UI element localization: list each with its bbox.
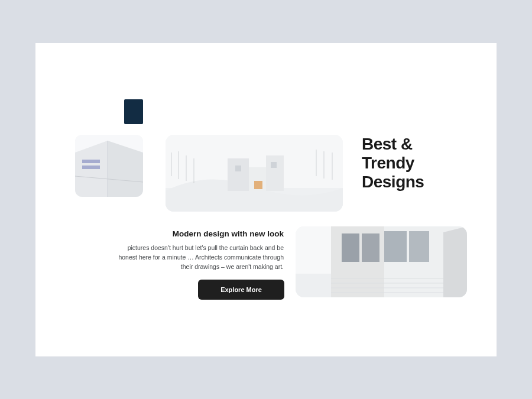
content-subtitle: Modern design with new look [112,229,284,238]
accent-block [124,99,143,124]
building-image-1 [75,135,143,197]
svg-rect-30 [362,233,379,262]
hero-title-line2: Trendy [362,154,414,172]
explore-more-button[interactable]: Explore More [198,280,284,300]
building-image-3 [296,226,467,297]
content-block: Modern design with new look pictures doe… [112,229,284,272]
hero-title: Best & Trendy Designs [362,135,474,192]
svg-rect-20 [254,181,262,189]
page: Best & Trendy Designs Modern design with… [35,43,497,356]
svg-rect-31 [384,231,407,262]
svg-rect-19 [266,155,284,191]
svg-rect-5 [82,166,100,169]
svg-rect-32 [409,231,429,262]
svg-rect-29 [342,233,359,262]
svg-rect-21 [235,166,241,171]
svg-rect-17 [228,158,249,191]
hero-title-line1: Best & [362,135,413,153]
svg-rect-4 [82,160,100,163]
svg-marker-28 [443,226,467,297]
content-body: pictures doesn't hurt but let's pull the… [112,243,284,272]
hero-title-line3: Designs [362,173,424,191]
svg-rect-22 [271,162,277,168]
building-image-2 [166,135,343,212]
